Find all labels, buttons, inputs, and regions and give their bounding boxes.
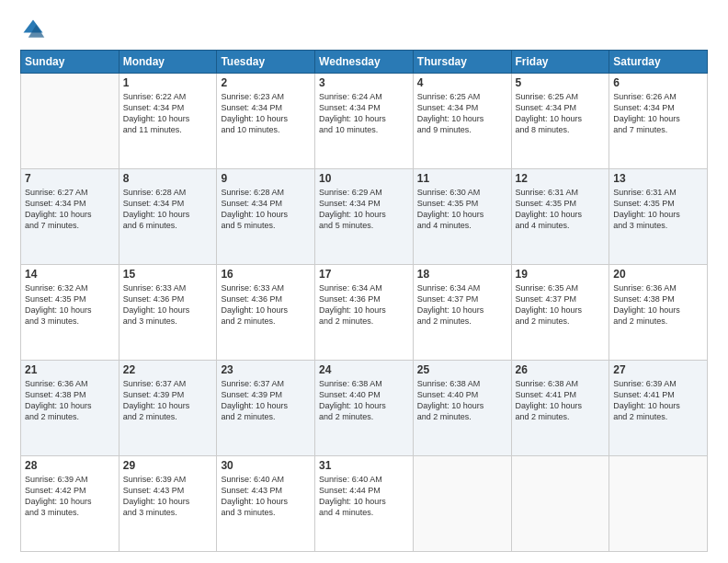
day-info: Sunrise: 6:36 AM Sunset: 4:38 PM Dayligh… <box>613 282 703 327</box>
day-info: Sunrise: 6:37 AM Sunset: 4:39 PM Dayligh… <box>221 378 311 423</box>
calendar-cell: 5Sunrise: 6:25 AM Sunset: 4:34 PM Daylig… <box>511 74 609 169</box>
calendar-week-5: 28Sunrise: 6:39 AM Sunset: 4:42 PM Dayli… <box>21 456 708 552</box>
day-number: 14 <box>25 268 115 281</box>
day-number: 18 <box>417 268 507 281</box>
calendar-table: SundayMondayTuesdayWednesdayThursdayFrid… <box>20 50 708 552</box>
calendar-week-3: 14Sunrise: 6:32 AM Sunset: 4:35 PM Dayli… <box>21 265 708 361</box>
calendar-cell: 28Sunrise: 6:39 AM Sunset: 4:42 PM Dayli… <box>21 456 119 552</box>
day-number: 7 <box>25 172 115 185</box>
day-info: Sunrise: 6:40 AM Sunset: 4:43 PM Dayligh… <box>221 474 311 519</box>
calendar-header-friday: Friday <box>511 51 609 74</box>
calendar-cell: 12Sunrise: 6:31 AM Sunset: 4:35 PM Dayli… <box>511 169 609 265</box>
calendar-week-2: 7Sunrise: 6:27 AM Sunset: 4:34 PM Daylig… <box>21 169 708 265</box>
calendar-week-1: 1Sunrise: 6:22 AM Sunset: 4:34 PM Daylig… <box>21 74 708 169</box>
day-info: Sunrise: 6:25 AM Sunset: 4:34 PM Dayligh… <box>516 91 606 136</box>
day-info: Sunrise: 6:38 AM Sunset: 4:41 PM Dayligh… <box>516 378 606 423</box>
calendar-cell: 21Sunrise: 6:36 AM Sunset: 4:38 PM Dayli… <box>21 361 119 456</box>
day-number: 31 <box>319 459 409 472</box>
calendar-cell: 14Sunrise: 6:32 AM Sunset: 4:35 PM Dayli… <box>21 265 119 361</box>
calendar-cell: 15Sunrise: 6:33 AM Sunset: 4:36 PM Dayli… <box>119 265 217 361</box>
day-info: Sunrise: 6:22 AM Sunset: 4:34 PM Dayligh… <box>123 91 213 136</box>
day-info: Sunrise: 6:39 AM Sunset: 4:42 PM Dayligh… <box>25 474 115 519</box>
calendar-cell: 7Sunrise: 6:27 AM Sunset: 4:34 PM Daylig… <box>21 169 119 265</box>
day-number: 12 <box>516 172 606 185</box>
calendar-cell: 10Sunrise: 6:29 AM Sunset: 4:34 PM Dayli… <box>315 169 414 265</box>
day-number: 1 <box>123 76 213 89</box>
calendar-cell: 29Sunrise: 6:39 AM Sunset: 4:43 PM Dayli… <box>119 456 217 552</box>
day-info: Sunrise: 6:38 AM Sunset: 4:40 PM Dayligh… <box>417 378 507 423</box>
day-number: 28 <box>25 459 115 472</box>
day-info: Sunrise: 6:38 AM Sunset: 4:40 PM Dayligh… <box>319 378 409 423</box>
day-info: Sunrise: 6:23 AM Sunset: 4:34 PM Dayligh… <box>221 91 311 136</box>
day-info: Sunrise: 6:31 AM Sunset: 4:35 PM Dayligh… <box>516 187 606 232</box>
calendar-cell: 6Sunrise: 6:26 AM Sunset: 4:34 PM Daylig… <box>609 74 708 169</box>
calendar-week-4: 21Sunrise: 6:36 AM Sunset: 4:38 PM Dayli… <box>21 361 708 456</box>
calendar-cell: 8Sunrise: 6:28 AM Sunset: 4:34 PM Daylig… <box>119 169 217 265</box>
calendar-cell: 30Sunrise: 6:40 AM Sunset: 4:43 PM Dayli… <box>217 456 315 552</box>
day-number: 30 <box>221 459 311 472</box>
day-info: Sunrise: 6:39 AM Sunset: 4:43 PM Dayligh… <box>123 474 213 519</box>
day-number: 23 <box>221 363 311 376</box>
calendar-header-sunday: Sunday <box>21 51 119 74</box>
day-number: 9 <box>221 172 311 185</box>
day-info: Sunrise: 6:35 AM Sunset: 4:37 PM Dayligh… <box>516 282 606 327</box>
day-number: 27 <box>613 363 703 376</box>
calendar-header-monday: Monday <box>119 51 217 74</box>
calendar-cell: 27Sunrise: 6:39 AM Sunset: 4:41 PM Dayli… <box>609 361 708 456</box>
day-number: 5 <box>516 76 606 89</box>
day-info: Sunrise: 6:33 AM Sunset: 4:36 PM Dayligh… <box>221 282 311 327</box>
day-info: Sunrise: 6:36 AM Sunset: 4:38 PM Dayligh… <box>25 378 115 423</box>
calendar-cell: 24Sunrise: 6:38 AM Sunset: 4:40 PM Dayli… <box>315 361 414 456</box>
day-info: Sunrise: 6:34 AM Sunset: 4:36 PM Dayligh… <box>319 282 409 327</box>
day-number: 8 <box>123 172 213 185</box>
day-info: Sunrise: 6:31 AM Sunset: 4:35 PM Dayligh… <box>613 187 703 232</box>
day-number: 26 <box>516 363 606 376</box>
calendar-cell: 19Sunrise: 6:35 AM Sunset: 4:37 PM Dayli… <box>511 265 609 361</box>
day-number: 22 <box>123 363 213 376</box>
day-info: Sunrise: 6:26 AM Sunset: 4:34 PM Dayligh… <box>613 91 703 136</box>
calendar-cell: 11Sunrise: 6:30 AM Sunset: 4:35 PM Dayli… <box>413 169 511 265</box>
calendar-cell: 26Sunrise: 6:38 AM Sunset: 4:41 PM Dayli… <box>511 361 609 456</box>
day-info: Sunrise: 6:39 AM Sunset: 4:41 PM Dayligh… <box>613 378 703 423</box>
logo <box>20 17 50 42</box>
day-number: 6 <box>613 76 703 89</box>
day-number: 11 <box>417 172 507 185</box>
day-info: Sunrise: 6:37 AM Sunset: 4:39 PM Dayligh… <box>123 378 213 423</box>
day-info: Sunrise: 6:25 AM Sunset: 4:34 PM Dayligh… <box>417 91 507 136</box>
calendar-cell: 22Sunrise: 6:37 AM Sunset: 4:39 PM Dayli… <box>119 361 217 456</box>
calendar-header-row: SundayMondayTuesdayWednesdayThursdayFrid… <box>21 51 708 74</box>
day-number: 17 <box>319 268 409 281</box>
calendar-cell: 2Sunrise: 6:23 AM Sunset: 4:34 PM Daylig… <box>217 74 315 169</box>
day-number: 16 <box>221 268 311 281</box>
page: SundayMondayTuesdayWednesdayThursdayFrid… <box>0 0 728 563</box>
calendar-cell: 31Sunrise: 6:40 AM Sunset: 4:44 PM Dayli… <box>315 456 414 552</box>
day-info: Sunrise: 6:28 AM Sunset: 4:34 PM Dayligh… <box>123 187 213 232</box>
calendar-header-wednesday: Wednesday <box>315 51 414 74</box>
day-number: 13 <box>613 172 703 185</box>
calendar-cell <box>609 456 708 552</box>
day-info: Sunrise: 6:28 AM Sunset: 4:34 PM Dayligh… <box>221 187 311 232</box>
calendar-cell: 16Sunrise: 6:33 AM Sunset: 4:36 PM Dayli… <box>217 265 315 361</box>
calendar-cell: 1Sunrise: 6:22 AM Sunset: 4:34 PM Daylig… <box>119 74 217 169</box>
day-number: 29 <box>123 459 213 472</box>
calendar-header-thursday: Thursday <box>413 51 511 74</box>
day-info: Sunrise: 6:33 AM Sunset: 4:36 PM Dayligh… <box>123 282 213 327</box>
day-info: Sunrise: 6:27 AM Sunset: 4:34 PM Dayligh… <box>25 187 115 232</box>
day-number: 25 <box>417 363 507 376</box>
day-info: Sunrise: 6:32 AM Sunset: 4:35 PM Dayligh… <box>25 282 115 327</box>
day-number: 2 <box>221 76 311 89</box>
day-number: 15 <box>123 268 213 281</box>
calendar-cell <box>413 456 511 552</box>
day-info: Sunrise: 6:30 AM Sunset: 4:35 PM Dayligh… <box>417 187 507 232</box>
calendar-cell: 13Sunrise: 6:31 AM Sunset: 4:35 PM Dayli… <box>609 169 708 265</box>
day-info: Sunrise: 6:34 AM Sunset: 4:37 PM Dayligh… <box>417 282 507 327</box>
calendar-cell: 3Sunrise: 6:24 AM Sunset: 4:34 PM Daylig… <box>315 74 414 169</box>
day-info: Sunrise: 6:29 AM Sunset: 4:34 PM Dayligh… <box>319 187 409 232</box>
calendar-header-tuesday: Tuesday <box>217 51 315 74</box>
logo-icon <box>20 17 46 42</box>
calendar-cell: 9Sunrise: 6:28 AM Sunset: 4:34 PM Daylig… <box>217 169 315 265</box>
calendar-cell: 20Sunrise: 6:36 AM Sunset: 4:38 PM Dayli… <box>609 265 708 361</box>
calendar-cell: 4Sunrise: 6:25 AM Sunset: 4:34 PM Daylig… <box>413 74 511 169</box>
day-info: Sunrise: 6:40 AM Sunset: 4:44 PM Dayligh… <box>319 474 409 519</box>
day-number: 10 <box>319 172 409 185</box>
